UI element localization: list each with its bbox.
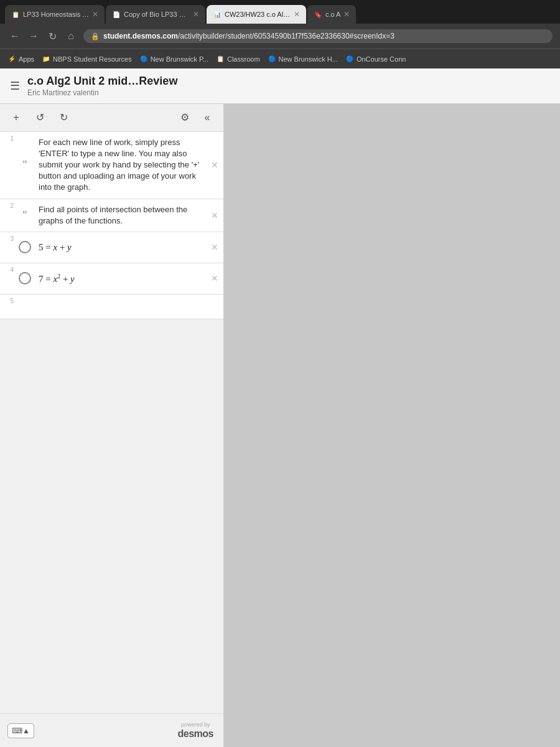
keyboard-expand-icon: ▲ bbox=[22, 726, 30, 735]
row-content-2[interactable]: Find all points of intersection between … bbox=[35, 199, 206, 232]
tab-title-co: c.o A bbox=[325, 11, 340, 18]
bookmark-newbrunswickp[interactable]: 🔵 New Brunswick P... bbox=[139, 55, 208, 63]
lock-icon: 🔒 bbox=[91, 32, 100, 40]
nav-buttons: ← → ↻ ⌂ bbox=[7, 31, 78, 42]
tab-favicon-bio: 📄 bbox=[112, 10, 121, 19]
bookmark-oncourse-icon: 🔵 bbox=[345, 55, 354, 63]
bookmarks-bar: ⚡ Apps 📁 NBPS Student Resources 🔵 New Br… bbox=[0, 49, 560, 68]
hamburger-menu[interactable]: ☰ bbox=[10, 79, 20, 93]
undo-button[interactable]: ↺ bbox=[31, 109, 49, 126]
expression-panel: + ↺ ↻ ⚙ « 1 " For each new li bbox=[0, 104, 224, 747]
tab-favicon-lp33: 📋 bbox=[11, 10, 20, 19]
bookmark-classroom-label: Classroom bbox=[227, 55, 260, 63]
row-icon-1: " bbox=[15, 132, 35, 199]
circle-icon-4 bbox=[19, 272, 31, 284]
graph-panel[interactable] bbox=[224, 104, 560, 747]
row-icon-2: " bbox=[15, 199, 35, 232]
quote-icon-2: " bbox=[23, 210, 27, 221]
url-bar[interactable]: 🔒 student.desmos.com/activitybuilder/stu… bbox=[83, 29, 553, 43]
delete-expression-4[interactable]: ✕ bbox=[206, 263, 223, 294]
row-icon-3 bbox=[15, 232, 35, 263]
bookmark-nbps[interactable]: 📁 NBPS Student Resources bbox=[42, 55, 132, 63]
row-icon-4 bbox=[15, 263, 35, 294]
row-icon-5 bbox=[15, 294, 35, 319]
bookmark-nbps-icon: 📁 bbox=[42, 55, 50, 63]
expression-note-2: Find all points of intersection between … bbox=[39, 204, 202, 227]
settings-button[interactable]: ⚙ bbox=[176, 109, 194, 126]
tab-title-cw23: CW23/HW23 c.o Alg2 Unit 2 m bbox=[225, 11, 291, 18]
back-button[interactable]: ← bbox=[7, 31, 22, 42]
app-title: c.o Alg2 Unit 2 mid…Review bbox=[27, 75, 550, 88]
tab-favicon-cw23: 📊 bbox=[213, 10, 222, 19]
add-expression-button[interactable]: + bbox=[7, 109, 25, 126]
bookmark-newbrunswickh-icon: 🔵 bbox=[268, 55, 276, 63]
tab-close-co[interactable]: ✕ bbox=[343, 10, 350, 19]
desmos-credit: powered by desmos bbox=[175, 719, 216, 742]
tab-close-cw23[interactable]: ✕ bbox=[294, 10, 300, 19]
delete-expression-3[interactable]: ✕ bbox=[206, 232, 223, 263]
main-content: ☰ c.o Alg2 Unit 2 mid…Review Eric Martin… bbox=[0, 68, 560, 747]
forward-button[interactable]: → bbox=[26, 31, 41, 42]
bookmark-nbps-label: NBPS Student Resources bbox=[53, 55, 132, 63]
powered-by-text: powered by bbox=[178, 721, 213, 728]
expression-row-3: 3 5 = x + y ✕ bbox=[0, 232, 223, 263]
home-button[interactable]: ⌂ bbox=[63, 31, 78, 42]
row-number-1: 1 bbox=[0, 132, 15, 199]
bookmark-newbrunswickp-label: New Brunswick P... bbox=[151, 55, 208, 63]
expression-math-3: 5 = x + y bbox=[39, 242, 72, 253]
delete-expression-2[interactable]: ✕ bbox=[206, 199, 223, 232]
row-content-4[interactable]: 7 = x2 + y bbox=[35, 263, 206, 294]
bookmark-classroom[interactable]: 📋 Classroom bbox=[216, 55, 260, 63]
app-subtitle: Eric Martinez valentin bbox=[27, 88, 550, 97]
row-number-5: 5 bbox=[0, 294, 15, 319]
collapse-button[interactable]: « bbox=[198, 109, 216, 126]
expression-list: 1 " For each new line of work, simply pr… bbox=[0, 132, 223, 713]
row-content-5[interactable] bbox=[35, 294, 206, 319]
expression-row-4: 4 7 = x2 + y ✕ bbox=[0, 263, 223, 294]
panel-toolbar: + ↺ ↻ ⚙ « bbox=[0, 104, 223, 132]
bookmark-newbrunswickh-label: New Brunswick H... bbox=[279, 55, 338, 63]
tab-co[interactable]: 🔖 c.o A ✕ bbox=[307, 5, 356, 24]
address-bar: ← → ↻ ⌂ 🔒 student.desmos.com/activitybui… bbox=[0, 24, 560, 49]
browser-chrome: 📋 LP33 Homeostasis ASSESSM ✕ 📄 Copy of B… bbox=[0, 0, 560, 68]
desmos-logo: desmos bbox=[178, 728, 213, 739]
circle-icon-3 bbox=[19, 241, 31, 253]
row-content-1[interactable]: For each new line of work, simply press … bbox=[35, 132, 206, 199]
tab-bio[interactable]: 📄 Copy of Bio LP33 Homeostas ✕ bbox=[106, 5, 205, 24]
keyboard-button[interactable]: ⌨ ▲ bbox=[7, 723, 34, 738]
url-text: student.desmos.com/activitybuilder/stude… bbox=[103, 32, 394, 40]
expression-row-2: 2 " Find all points of intersection betw… bbox=[0, 199, 223, 232]
expression-note-1: For each new line of work, simply press … bbox=[39, 137, 202, 194]
redo-button[interactable]: ↻ bbox=[55, 109, 72, 126]
tab-favicon-co: 🔖 bbox=[314, 10, 322, 19]
bookmark-apps-label: Apps bbox=[19, 55, 34, 63]
quote-icon-1: " bbox=[23, 159, 27, 171]
bookmark-oncourse-label: OnCourse Conn bbox=[357, 55, 406, 63]
app-header: ☰ c.o Alg2 Unit 2 mid…Review Eric Martin… bbox=[0, 68, 560, 104]
content-area: + ↺ ↻ ⚙ « 1 " For each new li bbox=[0, 104, 560, 747]
tab-cw23[interactable]: 📊 CW23/HW23 c.o Alg2 Unit 2 m ✕ bbox=[207, 5, 306, 24]
toolbar-right: ⚙ « bbox=[176, 109, 216, 126]
panel-bottom: ⌨ ▲ powered by desmos bbox=[0, 713, 223, 747]
tab-title-bio: Copy of Bio LP33 Homeostas bbox=[124, 11, 190, 18]
bookmark-newbrunswickh[interactable]: 🔵 New Brunswick H... bbox=[268, 55, 338, 63]
bookmark-classroom-icon: 📋 bbox=[216, 55, 225, 63]
tab-close-bio[interactable]: ✕ bbox=[193, 10, 199, 19]
app-title-area: c.o Alg2 Unit 2 mid…Review Eric Martinez… bbox=[27, 75, 550, 97]
tab-bar: 📋 LP33 Homeostasis ASSESSM ✕ 📄 Copy of B… bbox=[0, 0, 560, 24]
reload-button[interactable]: ↻ bbox=[45, 31, 60, 42]
tab-title-lp33: LP33 Homeostasis ASSESSM bbox=[23, 11, 89, 18]
keyboard-icon: ⌨ bbox=[12, 726, 22, 735]
delete-expression-5 bbox=[206, 294, 223, 319]
row-content-3[interactable]: 5 = x + y bbox=[35, 232, 206, 263]
tab-lp33[interactable]: 📋 LP33 Homeostasis ASSESSM ✕ bbox=[5, 5, 105, 24]
tab-close-lp33[interactable]: ✕ bbox=[92, 10, 98, 19]
row-number-2: 2 bbox=[0, 199, 15, 232]
bookmark-oncourse[interactable]: 🔵 OnCourse Conn bbox=[345, 55, 406, 63]
row-number-3: 3 bbox=[0, 232, 15, 263]
bookmark-apps[interactable]: ⚡ Apps bbox=[7, 55, 34, 63]
expression-math-4: 7 = x2 + y bbox=[39, 273, 75, 284]
delete-expression-1[interactable]: ✕ bbox=[206, 132, 223, 199]
bookmark-newbrunswickp-icon: 🔵 bbox=[139, 55, 148, 63]
expression-row-5: 5 bbox=[0, 294, 223, 319]
